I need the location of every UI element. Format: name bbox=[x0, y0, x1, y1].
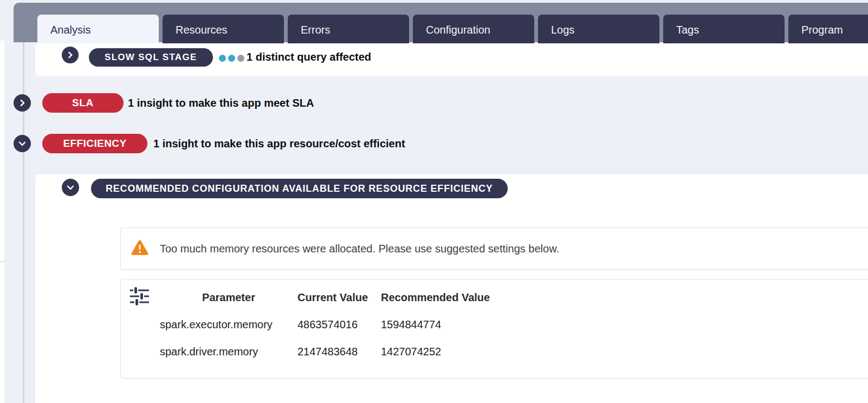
param-name: spark.executor.memory bbox=[160, 318, 297, 331]
tab-logs[interactable]: Logs bbox=[538, 15, 659, 45]
efficiency-badge: EFFICIENCY bbox=[42, 134, 147, 153]
chevron-down-icon bbox=[66, 183, 75, 192]
warning-message: Too much memory resources were allocated… bbox=[160, 243, 559, 255]
chevron-right-icon bbox=[66, 50, 75, 60]
chevron-down-icon bbox=[17, 139, 27, 148]
tab-analysis[interactable]: Analysis bbox=[37, 15, 159, 45]
config-table: Parameter Current Value Recommended Valu… bbox=[160, 284, 511, 365]
current-value: 2147483648 bbox=[297, 346, 381, 358]
left-rail-divider bbox=[0, 261, 5, 262]
sla-badge: SLA bbox=[42, 93, 124, 113]
recommended-value: 1594844774 bbox=[381, 318, 511, 331]
severity-dot-icon bbox=[228, 55, 235, 62]
tab-list: Analysis Resources Errors Configuration … bbox=[37, 15, 868, 45]
param-name: spark.driver.memory bbox=[160, 346, 297, 358]
slow-sql-stage-badge: SLOW SQL STAGE bbox=[89, 48, 213, 67]
collapse-recommendation-button[interactable] bbox=[62, 179, 79, 196]
severity-dots bbox=[219, 55, 244, 62]
left-rail bbox=[0, 41, 4, 403]
column-header-current: Current Value bbox=[297, 291, 381, 304]
collapse-efficiency-button[interactable] bbox=[14, 135, 31, 152]
recommended-config-card: Parameter Current Value Recommended Valu… bbox=[120, 279, 868, 379]
column-header-recommended: Recommended Value bbox=[381, 291, 511, 304]
warning-banner: Too much memory resources were allocated… bbox=[120, 227, 868, 270]
tab-bar: Analysis Resources Errors Configuration … bbox=[14, 3, 868, 42]
efficiency-summary: 1 insight to make this app resource/cost… bbox=[153, 138, 405, 150]
recommended-value: 1427074252 bbox=[381, 346, 511, 358]
expand-sla-button[interactable] bbox=[14, 94, 31, 112]
chevron-right-icon bbox=[17, 98, 27, 108]
current-value: 4863574016 bbox=[297, 318, 381, 331]
warning-triangle-icon bbox=[131, 239, 149, 258]
severity-dot-icon bbox=[219, 55, 226, 62]
tab-program[interactable]: Program bbox=[788, 15, 868, 45]
tab-configuration[interactable]: Configuration bbox=[413, 15, 534, 45]
slow-sql-summary: 1 distinct query affected bbox=[247, 51, 371, 63]
sliders-icon bbox=[129, 286, 149, 308]
expand-slow-sql-button[interactable] bbox=[62, 47, 79, 63]
column-header-parameter: Parameter bbox=[160, 291, 297, 304]
severity-dot-icon bbox=[237, 55, 244, 62]
tab-errors[interactable]: Errors bbox=[288, 15, 409, 45]
tab-tags[interactable]: Tags bbox=[663, 15, 785, 45]
sla-summary: 1 insight to make this app meet SLA bbox=[128, 97, 314, 109]
tab-resources[interactable]: Resources bbox=[163, 15, 284, 45]
recommended-configuration-badge: RECOMMENDED CONFIGURATION AVAILABLE FOR … bbox=[91, 179, 508, 198]
